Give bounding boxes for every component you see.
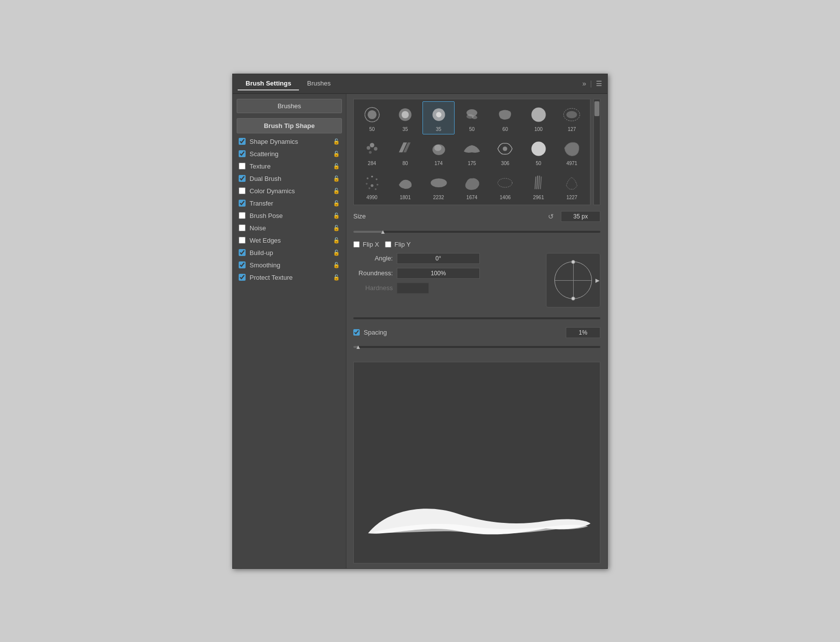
sidebar-brush-tip-shape[interactable]: Brush Tip Shape <box>237 118 342 133</box>
size-value-input[interactable] <box>561 211 600 222</box>
sidebar-item-scattering[interactable]: Scattering🔓 <box>237 148 342 160</box>
brush-cell[interactable]: 50 <box>522 135 554 169</box>
checkbox-color-dynamics[interactable] <box>239 187 246 194</box>
lock-color-dynamics[interactable]: 🔓 <box>333 188 340 194</box>
sidebar-item-color-dynamics[interactable]: Color Dynamics🔓 <box>237 185 342 197</box>
angle-dial[interactable]: ▶ <box>546 253 600 307</box>
panel-menu-icon[interactable]: ☰ <box>596 80 602 87</box>
sidebar-items-container: Shape Dynamics🔓Scattering🔓Texture🔓Dual B… <box>237 135 342 284</box>
checkbox-brush-pose[interactable] <box>239 212 246 219</box>
label-smoothing: Smoothing <box>250 261 280 269</box>
sidebar-item-texture[interactable]: Texture🔓 <box>237 160 342 172</box>
lock-brush-pose[interactable]: 🔓 <box>333 213 340 219</box>
brush-preview-icon <box>561 104 583 126</box>
brush-cell[interactable]: 50 <box>356 101 388 134</box>
brush-number: 127 <box>568 127 576 132</box>
size-slider[interactable]: ▲ <box>353 225 600 239</box>
brushes-button[interactable]: Brushes <box>237 99 342 113</box>
checkbox-noise[interactable] <box>239 224 246 231</box>
checkbox-transfer[interactable] <box>239 200 246 207</box>
brush-cell[interactable]: 1674 <box>456 170 488 203</box>
reset-size-icon[interactable]: ↺ <box>548 213 554 220</box>
hardness-slider-track <box>353 317 600 319</box>
sidebar-item-brush-pose[interactable]: Brush Pose🔓 <box>237 210 342 222</box>
lock-scattering[interactable]: 🔓 <box>333 151 340 157</box>
sidebar-item-wet-edges[interactable]: Wet Edges🔓 <box>237 234 342 247</box>
checkbox-shape-dynamics[interactable] <box>239 138 246 145</box>
spacing-checkbox[interactable] <box>353 329 360 336</box>
angle-value-input[interactable] <box>397 253 480 264</box>
lock-protect-texture[interactable]: 🔓 <box>333 274 340 281</box>
brush-cell[interactable]: 60 <box>489 101 521 134</box>
brush-scrollbar[interactable] <box>593 99 600 205</box>
sidebar-item-build-up[interactable]: Build-up🔓 <box>237 247 342 259</box>
roundness-value-input[interactable] <box>397 268 480 279</box>
checkbox-dual-brush[interactable] <box>239 175 246 182</box>
lock-noise[interactable]: 🔓 <box>333 225 340 231</box>
lock-build-up[interactable]: 🔓 <box>333 250 340 256</box>
brush-cell[interactable]: 80 <box>389 135 421 169</box>
lock-texture[interactable]: 🔓 <box>333 163 340 170</box>
spacing-value-input[interactable] <box>566 327 600 338</box>
flip-y-checkbox[interactable] <box>385 241 391 248</box>
svg-point-28 <box>430 178 447 187</box>
sidebar-item-smoothing[interactable]: Smoothing🔓 <box>237 259 342 271</box>
brush-cell[interactable]: 127 <box>556 101 588 134</box>
lock-transfer[interactable]: 🔓 <box>333 200 340 207</box>
sidebar-item-shape-dynamics[interactable]: Shape Dynamics🔓 <box>237 135 342 148</box>
brush-cell[interactable]: 284 <box>356 135 388 169</box>
tab-brushes[interactable]: Brushes <box>299 77 338 90</box>
brush-cell[interactable]: 50 <box>456 101 488 134</box>
brush-cell[interactable]: 175 <box>456 135 488 169</box>
brush-cell[interactable]: 4990 <box>356 170 388 203</box>
brush-preview-icon <box>361 172 383 194</box>
sidebar-item-dual-brush[interactable]: Dual Brush🔓 <box>237 172 342 185</box>
brush-cell[interactable]: 4971 <box>556 135 588 169</box>
brush-cell[interactable]: 306 <box>489 135 521 169</box>
sidebar-item-noise[interactable]: Noise🔓 <box>237 222 342 234</box>
size-slider-track <box>353 231 600 233</box>
checkbox-build-up[interactable] <box>239 249 246 256</box>
checkbox-scattering[interactable] <box>239 150 246 157</box>
sidebar-item-transfer[interactable]: Transfer🔓 <box>237 197 342 210</box>
lock-shape-dynamics[interactable]: 🔓 <box>333 138 340 145</box>
checkbox-smoothing[interactable] <box>239 261 246 268</box>
lock-dual-brush[interactable]: 🔓 <box>333 175 340 182</box>
svg-point-27 <box>375 188 377 190</box>
spacing-slider-track <box>353 346 600 348</box>
dial-arrow-icon: ▶ <box>595 277 599 283</box>
checkbox-wet-edges[interactable] <box>239 237 246 244</box>
svg-point-24 <box>371 184 373 186</box>
svg-point-9 <box>531 107 546 122</box>
brush-cell[interactable]: 35 <box>422 101 455 134</box>
brush-settings-panel: Brush Settings Brushes » | ☰ Brushes Bru… <box>232 74 608 569</box>
tab-brush-settings[interactable]: Brush Settings <box>238 77 299 90</box>
brush-preview-icon <box>528 172 549 194</box>
hardness-value-input <box>397 283 429 294</box>
svg-point-15 <box>369 151 371 153</box>
brush-preview-icon <box>361 104 383 126</box>
brush-preview-icon <box>394 138 416 160</box>
hardness-slider <box>353 311 600 325</box>
lock-wet-edges[interactable]: 🔓 <box>333 237 340 244</box>
brush-cell[interactable]: 1801 <box>389 170 421 203</box>
brush-preview-icon <box>428 172 450 194</box>
brush-number: 4971 <box>566 161 577 166</box>
brush-number: 100 <box>535 127 543 132</box>
brush-preview-icon <box>428 104 450 126</box>
brush-cell[interactable]: 35 <box>389 101 421 134</box>
more-tabs-icon[interactable]: » <box>583 80 587 87</box>
checkbox-protect-texture[interactable] <box>239 274 246 281</box>
brush-cell[interactable]: 2232 <box>422 170 455 203</box>
flip-x-checkbox[interactable] <box>353 241 360 248</box>
brush-cell[interactable]: 1227 <box>556 170 588 203</box>
brush-cell[interactable]: 100 <box>522 101 554 134</box>
sidebar-item-protect-texture[interactable]: Protect Texture🔓 <box>237 271 342 284</box>
brush-preview-icon <box>361 138 383 160</box>
checkbox-texture[interactable] <box>239 163 246 170</box>
spacing-slider[interactable]: ▲ <box>353 340 600 354</box>
lock-smoothing[interactable]: 🔓 <box>333 262 340 268</box>
brush-cell[interactable]: 1406 <box>489 170 521 203</box>
brush-cell[interactable]: 174 <box>422 135 455 169</box>
brush-cell[interactable]: 2961 <box>522 170 554 203</box>
